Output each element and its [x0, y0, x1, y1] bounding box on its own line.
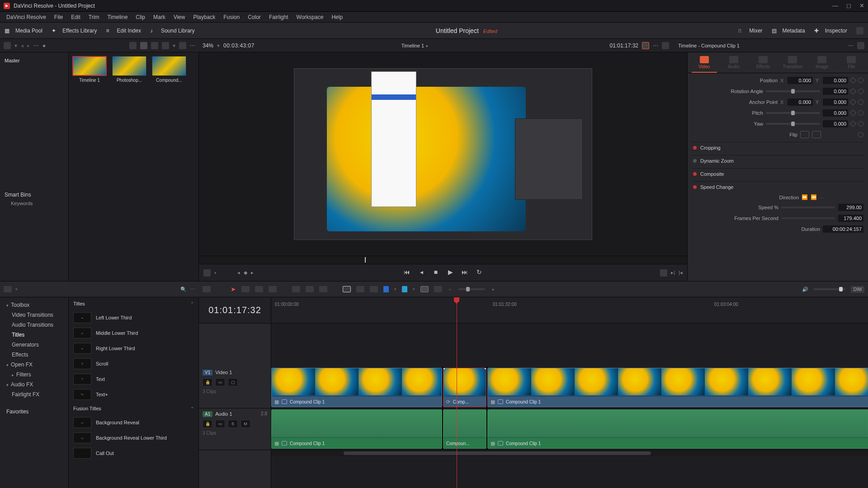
inspector-tab-effects[interactable]: Effects	[750, 56, 776, 73]
audiofx-node[interactable]: ▾Audio FX	[4, 380, 65, 389]
timeline-view-options-icon[interactable]	[203, 286, 211, 292]
effects-library-toggle[interactable]: ✦Effects Library	[52, 28, 97, 34]
fps-slider[interactable]	[781, 217, 835, 219]
trim-tool-icon[interactable]	[241, 286, 250, 292]
fx-bin-toggle-icon[interactable]	[4, 286, 12, 292]
position-x-input[interactable]: 0.000	[788, 77, 813, 84]
transform-overlay-icon[interactable]	[203, 269, 211, 277]
inspector-toggle[interactable]: ✚Inspector	[814, 28, 847, 34]
timeline-scrollbar[interactable]	[271, 450, 868, 456]
position-y-input[interactable]: 0.000	[823, 77, 848, 84]
composite-section[interactable]: Composite	[692, 168, 863, 179]
speed-input[interactable]: 299.00	[838, 204, 863, 211]
title-left-lower-third[interactable]: ━Left Lower Third	[69, 310, 198, 325]
menu-help[interactable]: Help	[328, 13, 346, 22]
title-text-plus[interactable]: T+Text+	[69, 387, 198, 402]
marker-icon[interactable]	[402, 286, 407, 292]
list-view-icon[interactable]	[129, 42, 137, 49]
speed-slider[interactable]	[781, 206, 835, 208]
zoom-out-icon[interactable]: －	[448, 286, 453, 293]
flag-icon[interactable]	[383, 286, 389, 292]
sort-icon[interactable]	[179, 42, 186, 49]
openfx-node[interactable]: ▾Open FX	[4, 360, 65, 370]
video-clip-1[interactable]: ▦Compound Clip 1	[271, 368, 442, 407]
menu-fairlight[interactable]: Fairlight	[265, 13, 292, 22]
timeline-timecode[interactable]: 01:01:17:32	[199, 297, 271, 324]
snap-icon[interactable]	[343, 286, 351, 292]
strip-view-icon[interactable]	[151, 42, 158, 49]
step-fwd-icon[interactable]: ▸|	[671, 270, 675, 276]
auto-select-icon[interactable]: ▭	[215, 378, 225, 386]
selection-tool-icon[interactable]: ➤	[231, 286, 236, 293]
zoom-to-fit-icon[interactable]	[420, 286, 429, 292]
title-right-lower-third[interactable]: ━Right Lower Third	[69, 341, 198, 356]
title-scroll[interactable]: ≡Scroll	[69, 356, 198, 371]
step-back-button[interactable]: ◂	[417, 268, 426, 277]
pitch-input[interactable]: 0.000	[823, 109, 848, 117]
yaw-input[interactable]: 0.000	[823, 120, 848, 127]
menu-mark[interactable]: Mark	[150, 13, 169, 22]
disable-video-icon[interactable]: ▢	[228, 378, 238, 386]
inspector-tab-audio[interactable]: Audio	[721, 56, 746, 73]
menu-file[interactable]: File	[51, 13, 66, 22]
viewer-canvas[interactable]	[199, 52, 687, 256]
audio-clip-2[interactable]: Compoun...	[443, 409, 486, 449]
mute-button[interactable]: M	[241, 420, 250, 428]
minimize-button[interactable]: —	[832, 2, 838, 9]
reset-icon[interactable]	[858, 78, 863, 83]
maximize-button[interactable]: ◻	[846, 2, 851, 9]
titles-node[interactable]: Titles	[4, 330, 65, 340]
menu-workspace[interactable]: Workspace	[293, 13, 327, 22]
custom-zoom-icon[interactable]	[434, 286, 442, 292]
match-frame-icon[interactable]	[660, 269, 667, 277]
duration-input[interactable]: 00:00:24:157	[823, 225, 863, 233]
audio-clip-3[interactable]: ▦Compound Clip 1	[487, 409, 868, 449]
toolbox-node[interactable]: ▾Toolbox	[4, 300, 65, 310]
link-icon[interactable]	[356, 286, 364, 292]
edit-point-icon[interactable]: ◆	[244, 270, 247, 276]
timeline-ruler[interactable]: 01:00:00:00 01:01:32:00 01:03:04:00	[271, 297, 868, 324]
cropping-section[interactable]: Cropping	[692, 142, 863, 153]
fairlightfx-node[interactable]: Fairlight FX	[4, 389, 65, 399]
insert-clip-icon[interactable]	[292, 286, 300, 292]
solo-button[interactable]: S	[228, 420, 238, 428]
filters-node[interactable]: ▸Filters	[4, 370, 65, 380]
video-clip-2[interactable]: ⟳Comp...	[443, 368, 486, 407]
fps-input[interactable]: 179.400	[838, 215, 863, 222]
menu-fusion[interactable]: Fusion	[220, 13, 243, 22]
flip-h-button[interactable]	[800, 131, 809, 138]
menu-davinci[interactable]: DaVinci Resolve	[3, 13, 50, 22]
search-icon[interactable]	[162, 42, 169, 49]
title-middle-lower-third[interactable]: ━Middle Lower Third	[69, 325, 198, 341]
rotation-slider[interactable]	[766, 90, 820, 92]
rotation-input[interactable]: 0.000	[823, 88, 848, 95]
direction-bounce-icon[interactable]: ↔	[820, 195, 825, 200]
inspector-expand-icon[interactable]	[857, 42, 864, 49]
clip-thumb-photoshop[interactable]: Photoshop...	[112, 56, 146, 83]
loop-button[interactable]: ↻	[475, 268, 484, 277]
clip-thumb-timeline1[interactable]: Timeline 1	[72, 56, 107, 83]
audio-clip-1[interactable]: ▦Compound Clip 1	[271, 409, 442, 449]
effects-node[interactable]: Effects	[4, 350, 65, 360]
full-screen-button[interactable]	[856, 27, 863, 34]
audio-track-lane[interactable]: ▦Compound Clip 1 Compoun... ▦Compound Cl…	[271, 408, 868, 450]
replace-clip-icon[interactable]	[319, 286, 327, 292]
flip-v-button[interactable]	[812, 131, 821, 138]
menu-view[interactable]: View	[170, 13, 189, 22]
fusion-background-reveal[interactable]: ▭Background Reveal	[69, 415, 198, 430]
grid-view-icon[interactable]	[140, 42, 147, 49]
direction-rev-icon[interactable]: ⏪	[811, 194, 817, 200]
title-text[interactable]: TText	[69, 371, 198, 387]
inspector-tab-video[interactable]: Video	[692, 56, 717, 73]
media-pool-toggle[interactable]: ▦Media Pool	[5, 28, 42, 34]
inspector-tab-image[interactable]: Image	[809, 56, 835, 73]
lock-audio-icon[interactable]: 🔒	[203, 420, 212, 428]
keyframe-icon[interactable]	[850, 77, 856, 84]
menu-edit[interactable]: Edit	[67, 13, 84, 22]
menu-trim[interactable]: Trim	[85, 13, 103, 22]
master-bin[interactable]: Master	[5, 56, 64, 65]
fusion-background-reveal-lt[interactable]: ▭Background Reveal Lower Third	[69, 430, 198, 446]
generators-node[interactable]: Generators	[4, 340, 65, 350]
audio-transitions-node[interactable]: Audio Transitions	[4, 320, 65, 330]
video-track-lane[interactable]: ▦Compound Clip 1 ⟳Comp... ▦Compound Clip…	[271, 367, 868, 408]
